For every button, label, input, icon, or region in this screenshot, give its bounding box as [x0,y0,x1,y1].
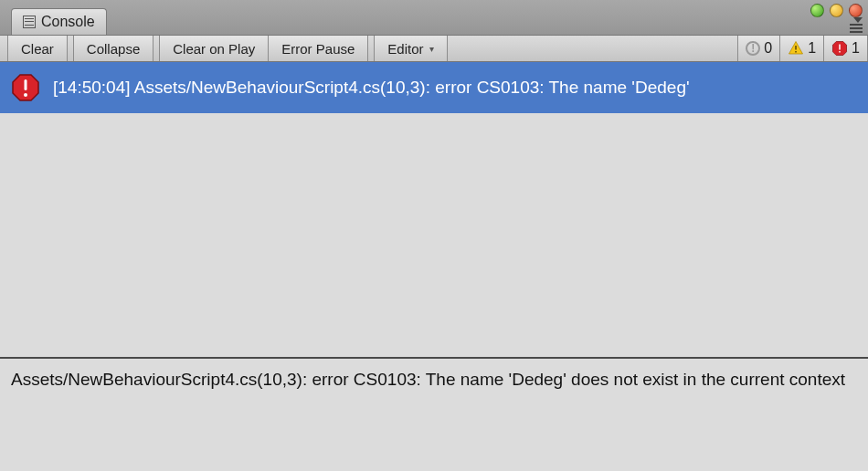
svg-rect-1 [795,51,797,53]
collapse-label: Collapse [87,41,140,57]
log-entry-text: [14:50:04] Assets/NewBehaviourScript4.cs… [53,78,690,98]
editor-dropdown[interactable]: Editor▾ [374,36,447,61]
log-timestamp: [14:50:04] [53,78,131,97]
dropdown-triangle-icon [853,17,863,23]
svg-rect-0 [795,46,797,50]
collapse-button[interactable]: Collapse [73,36,153,61]
clear-label: Clear [21,41,54,57]
warning-icon [788,40,804,57]
svg-rect-4 [839,51,841,53]
error-count: 1 [852,40,860,57]
log-list: [14:50:04] Assets/NewBehaviourScript4.cs… [0,62,868,357]
warning-count: 1 [808,40,816,57]
log-entry[interactable]: [14:50:04] Assets/NewBehaviourScript4.cs… [0,62,868,113]
hamburger-icon [850,24,863,33]
console-tab-label: Console [41,14,95,30]
info-counter[interactable]: ! 0 [737,36,779,61]
editor-label: Editor [387,41,423,57]
traffic-light-yellow-icon[interactable] [830,4,843,17]
svg-rect-6 [25,79,27,90]
detail-text: Assets/NewBehaviourScript4.cs(10,3): err… [11,370,845,389]
detail-panel: Assets/NewBehaviourScript4.cs(10,3): err… [0,357,868,471]
error-counter[interactable]: 1 [823,36,868,61]
info-icon: ! [746,41,760,56]
warning-counter[interactable]: 1 [779,36,823,61]
clear-on-play-button[interactable]: Clear on Play [159,36,269,61]
panel-options[interactable] [850,17,863,33]
traffic-light-red-icon[interactable] [849,4,863,17]
dropdown-arrow-icon: ▾ [429,44,434,54]
tab-bar: Console [0,0,868,35]
error-pause-label: Error Pause [281,41,355,57]
console-tab-icon [23,16,36,28]
error-octagon-icon [11,73,40,102]
svg-rect-3 [839,45,841,50]
console-toolbar: Clear Collapse Clear on Play Error Pause… [0,35,868,62]
log-summary: Assets/NewBehaviourScript4.cs(10,3): err… [134,78,690,97]
traffic-light-green-icon[interactable] [810,4,824,17]
clear-button[interactable]: Clear [7,36,68,61]
error-pause-button[interactable]: Error Pause [269,36,368,61]
info-count: 0 [764,40,772,57]
toolbar-spacer [448,36,738,61]
clear-on-play-label: Clear on Play [173,41,255,57]
error-icon [831,40,848,57]
window-controls [810,4,863,17]
svg-point-7 [24,93,27,97]
console-tab[interactable]: Console [11,8,107,35]
